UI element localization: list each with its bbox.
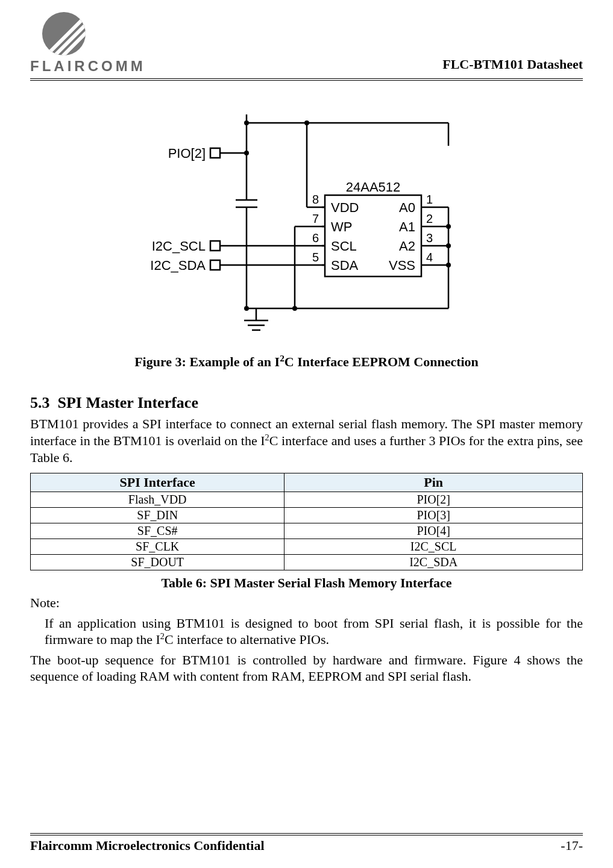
footer-confidential: Flaircomm Microelectronics Confidential (30, 838, 265, 854)
th-pin: Pin (284, 473, 583, 492)
table-6-caption: Table 6: SPI Master Serial Flash Memory … (30, 575, 583, 591)
footer-page-number: -17- (561, 838, 583, 854)
chip-pin-scl: SCL (331, 239, 357, 254)
svg-point-33 (304, 120, 309, 125)
label-chip-name: 24AA512 (345, 180, 400, 195)
table-row: Flash_VDD PIO[2] (31, 492, 583, 508)
page-header: FLAIRCOMM FLC-BTM101 Datasheet (30, 12, 583, 81)
chip-pin-sda: SDA (331, 258, 359, 273)
svg-point-37 (446, 224, 451, 229)
brand-text: FLAIRCOMM (30, 58, 146, 75)
chip-pin-vss: VSS (388, 258, 415, 273)
section-5-3-heading: 5.3 SPI Master Interface (30, 394, 583, 412)
svg-rect-15 (210, 260, 220, 270)
table-row: SF_CS# PIO[4] (31, 523, 583, 539)
chip-pin-a2: A2 (399, 239, 415, 254)
svg-point-36 (292, 306, 297, 311)
chip-pin-wp: WP (331, 219, 352, 234)
figure-3-caption: Figure 3: Example of an I2C Interface EE… (30, 353, 583, 370)
section-5-3-para2: The boot-up sequence for BTM101 is contr… (30, 652, 583, 685)
table-row: SF_DOUT I2C_SDA (31, 555, 583, 570)
svg-point-34 (244, 151, 249, 155)
brand-block: FLAIRCOMM (30, 12, 146, 75)
chip-pin-vdd: VDD (331, 200, 359, 215)
pin-num-6: 6 (312, 231, 318, 245)
svg-point-32 (244, 120, 249, 125)
label-i2c-sda: I2C_SDA (150, 258, 206, 273)
pin-num-7: 7 (312, 212, 318, 225)
table-row: SF_CLK I2C_SCL (31, 539, 583, 555)
pin-num-8: 8 (312, 193, 318, 206)
label-i2c-scl: I2C_SCL (151, 239, 205, 254)
table-6: SPI Interface Pin Flash_VDD PIO[2] SF_DI… (30, 473, 583, 570)
page-footer: Flaircomm Microelectronics Confidential … (30, 833, 583, 854)
svg-rect-13 (210, 241, 220, 251)
pin-num-1: 1 (426, 193, 433, 206)
note-label: Note: (30, 595, 583, 611)
svg-rect-2 (210, 148, 220, 158)
pin-num-2: 2 (426, 212, 433, 225)
chip-pin-a1: A1 (399, 219, 415, 234)
pin-num-3: 3 (426, 231, 433, 245)
svg-point-38 (446, 243, 451, 248)
chip-pin-a0: A0 (399, 200, 415, 215)
table-header-row: SPI Interface Pin (31, 473, 583, 492)
table-row: SF_DIN PIO[3] (31, 508, 583, 523)
pin-num-5: 5 (312, 251, 318, 264)
flaircomm-logo-icon (42, 12, 86, 55)
figure-3: PIO[2] I2C_SCL I2C_SDA 24AA512 VDD WP SC… (30, 104, 583, 370)
svg-point-39 (446, 263, 451, 267)
th-spi-interface: SPI Interface (31, 473, 284, 492)
i2c-eeprom-diagram: PIO[2] I2C_SCL I2C_SDA 24AA512 VDD WP SC… (126, 104, 488, 347)
note-body: If an application using BTM101 is design… (45, 615, 583, 648)
svg-point-35 (244, 306, 249, 311)
document-title: FLC-BTM101 Datasheet (442, 57, 583, 75)
label-pio2: PIO[2] (168, 146, 205, 161)
section-5-3-para1: BTM101 provides a SPI interface to conne… (30, 416, 583, 466)
pin-num-4: 4 (426, 251, 433, 264)
